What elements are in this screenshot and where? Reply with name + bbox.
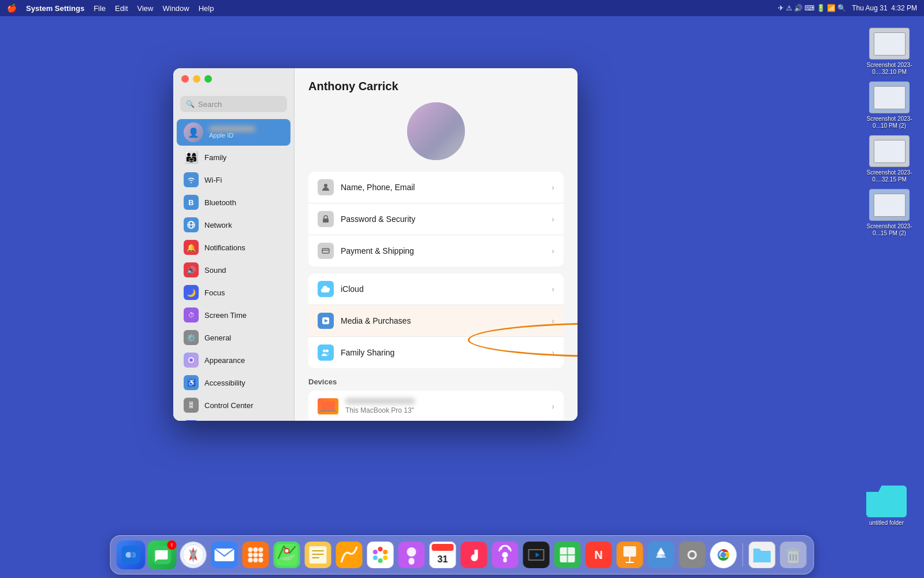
sidebar-item-focus[interactable]: 🌙 Focus xyxy=(177,281,290,303)
wifi-icon xyxy=(184,172,199,187)
sidebar-item-siri[interactable]: 🎙 Siri & Spotlight xyxy=(177,417,290,421)
family-icon: 👨‍👩‍👧 xyxy=(184,150,199,165)
desktop-icon-screenshot-1[interactable]: Screenshot 2023-0....32.10 PM xyxy=(866,28,912,76)
desktop-icon-screenshot-3[interactable]: Screenshot 2023-0....32.15 PM xyxy=(866,135,912,183)
appearance-icon xyxy=(184,353,199,368)
row-left-family: Family Sharing xyxy=(318,344,394,361)
dock-item-numbers[interactable] xyxy=(553,540,582,569)
dock-item-mail[interactable] xyxy=(210,540,239,569)
menubar-window[interactable]: Window xyxy=(162,4,189,13)
settings-list-devices: This MacBook Pro 13" › xyxy=(308,391,564,421)
dock-item-tv[interactable] xyxy=(522,540,551,569)
sidebar-item-bluetooth[interactable]: B Bluetooth xyxy=(177,191,290,213)
siri-icon: 🎙 xyxy=(184,420,199,421)
close-button[interactable] xyxy=(181,75,189,83)
icloud-icon xyxy=(318,281,334,297)
sidebar: 🔍 Search 👤 Apple ID 👨‍👩‍👧 Family xyxy=(173,68,295,421)
settings-row-icloud[interactable]: iCloud › xyxy=(308,273,564,305)
row-left-icloud: iCloud xyxy=(318,281,364,297)
desktop-icon-screenshot-4[interactable]: Screenshot 2023-0...15 PM (2) xyxy=(866,189,912,237)
sidebar-item-general[interactable]: ⚙️ General xyxy=(177,327,290,349)
sidebar-item-family[interactable]: 👨‍👩‍👧 Family xyxy=(177,146,290,168)
dock-item-news[interactable]: N xyxy=(584,540,613,569)
sidebar-item-sound[interactable]: 🔊 Sound xyxy=(177,259,290,281)
dock-item-music[interactable] xyxy=(460,540,489,569)
settings-row-media-purchases[interactable]: Media & Purchases › xyxy=(308,305,564,337)
svg-point-80 xyxy=(690,552,695,558)
profile-name: Anthony Carrick xyxy=(308,80,564,93)
settings-row-macbook[interactable]: This MacBook Pro 13" › xyxy=(308,391,564,421)
screenshot-label-1: Screenshot 2023-0....32.10 PM xyxy=(866,62,912,76)
sidebar-item-label-wifi: Wi-Fi xyxy=(204,176,222,184)
row-left-name: Name, Phone, Email xyxy=(318,179,415,195)
dock-item-trash[interactable] xyxy=(779,540,808,569)
sidebar-item-control-center[interactable]: 🎛 Control Center xyxy=(177,394,290,416)
sidebar-item-label-general: General xyxy=(204,334,231,342)
svg-rect-74 xyxy=(624,546,636,557)
minimize-button[interactable] xyxy=(193,75,200,83)
svg-point-4 xyxy=(189,358,193,362)
maximize-button[interactable] xyxy=(204,75,212,83)
menubar-edit[interactable]: Edit xyxy=(115,4,128,13)
chevron-icon-icloud: › xyxy=(552,284,554,294)
row-label-family-sharing: Family Sharing xyxy=(341,348,394,357)
svg-rect-46 xyxy=(336,542,363,568)
svg-text:N: N xyxy=(594,549,602,561)
apple-menu-icon[interactable]: 🍎 xyxy=(7,3,17,13)
bluetooth-icon: B xyxy=(184,195,199,210)
screenshot-preview-1 xyxy=(874,32,906,55)
menubar-file[interactable]: File xyxy=(94,4,106,13)
focus-icon: 🌙 xyxy=(184,285,199,300)
settings-row-password-security[interactable]: Password & Security › xyxy=(308,203,564,235)
untitled-folder[interactable]: untitled folder xyxy=(866,486,907,526)
dock-item-notes[interactable] xyxy=(304,540,333,569)
dock-item-photos[interactable] xyxy=(366,540,395,569)
dock-item-messages[interactable]: ! xyxy=(148,540,177,569)
svg-point-51 xyxy=(378,558,383,563)
sidebar-item-appearance[interactable]: Appearance xyxy=(177,349,290,371)
sidebar-item-screen-time[interactable]: ⏱ Screen Time xyxy=(177,304,290,326)
dock-item-podcasts2[interactable] xyxy=(491,540,520,569)
dock-item-podcasts[interactable] xyxy=(397,540,426,569)
settings-row-payment-shipping[interactable]: Payment & Shipping › xyxy=(308,235,564,266)
sidebar-item-notifications[interactable]: 🔔 Notifications xyxy=(177,236,290,258)
dock-item-finder[interactable] xyxy=(117,540,146,569)
row-left-macbook: This MacBook Pro 13" xyxy=(318,398,415,414)
dock-item-keynote[interactable] xyxy=(616,540,644,569)
apple-id-avatar: 👤 xyxy=(184,123,203,142)
folder-label: untitled folder xyxy=(869,520,904,526)
dock-item-files[interactable] xyxy=(748,540,777,569)
sidebar-item-network[interactable]: Network xyxy=(177,214,290,236)
sidebar-item-label-control-center: Control Center xyxy=(204,401,254,410)
macbook-device-icon xyxy=(318,398,338,414)
svg-point-33 xyxy=(259,553,263,557)
dock-item-launchpad[interactable] xyxy=(241,540,270,569)
svg-rect-64 xyxy=(504,558,507,562)
dock-item-system-settings[interactable] xyxy=(678,540,707,569)
sidebar-item-wifi[interactable]: Wi-Fi xyxy=(177,169,290,191)
svg-point-31 xyxy=(248,553,253,557)
menubar-view[interactable]: View xyxy=(137,4,154,13)
desktop-icon-screenshot-2[interactable]: Screenshot 2023-0...10 PM (2) xyxy=(866,81,912,129)
dock-item-freeform[interactable] xyxy=(335,540,364,569)
dock-item-maps[interactable] xyxy=(273,540,301,569)
dock-item-chrome[interactable] xyxy=(709,540,738,569)
screenshot-preview-4 xyxy=(874,194,906,217)
dock-item-calendar[interactable]: 31 xyxy=(429,540,457,569)
sidebar-item-apple-id[interactable]: 👤 Apple ID xyxy=(177,119,290,146)
chevron-icon-name: › xyxy=(552,183,554,192)
menubar: 🍎 System Settings File Edit View Window … xyxy=(0,0,924,16)
settings-row-family-sharing[interactable]: Family Sharing › xyxy=(308,337,564,368)
menubar-app-name[interactable]: System Settings xyxy=(26,4,84,13)
row-left-payment: Payment & Shipping xyxy=(318,243,414,259)
screenshot-label-3: Screenshot 2023-0....32.15 PM xyxy=(866,169,912,183)
dock-item-safari[interactable] xyxy=(179,540,208,569)
accessibility-icon: ♿ xyxy=(184,375,199,390)
menubar-help[interactable]: Help xyxy=(199,4,214,13)
family-sharing-icon xyxy=(318,344,334,361)
settings-row-name-phone-email[interactable]: Name, Phone, Email › xyxy=(308,172,564,203)
search-bar[interactable]: 🔍 Search xyxy=(180,96,287,112)
dock-item-appstore[interactable] xyxy=(647,540,676,569)
screenshot-thumb-3 xyxy=(869,135,910,167)
sidebar-item-accessibility[interactable]: ♿ Accessibility xyxy=(177,372,290,394)
